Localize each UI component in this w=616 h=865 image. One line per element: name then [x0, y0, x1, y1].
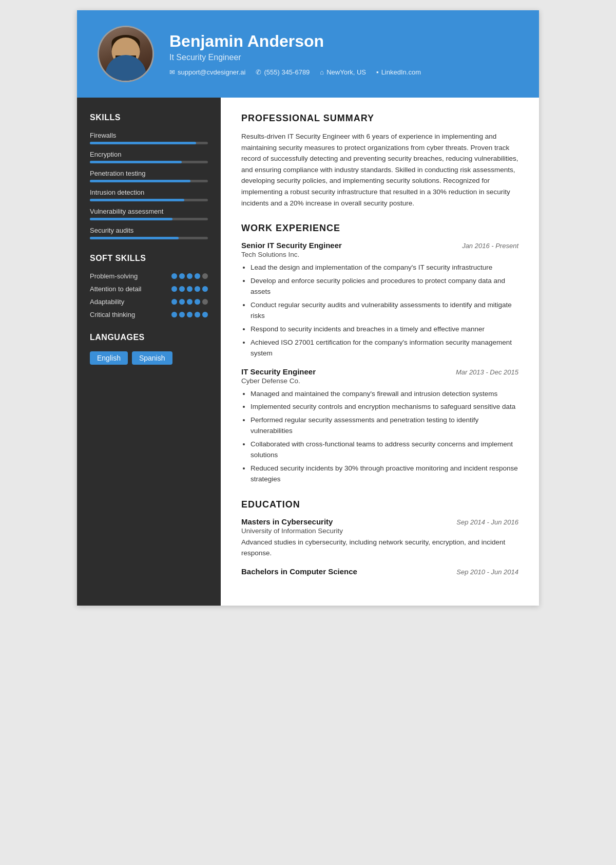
- education-entry: Masters in Cybersecurity Sep 2014 - Jun …: [241, 517, 518, 559]
- skills-list: Firewalls Encryption Penetration testing…: [90, 131, 208, 239]
- skill-bar-fill: [90, 161, 182, 163]
- job-bullets: Lead the design and implementation of th…: [241, 262, 518, 359]
- email-icon: ✉: [169, 68, 175, 76]
- skill-bar-fill: [90, 237, 179, 239]
- skill-name: Encryption: [90, 151, 208, 158]
- header-info: Benjamin Anderson It Security Engineer ✉…: [169, 32, 518, 76]
- dot-filled: [171, 286, 177, 292]
- dot-filled: [171, 312, 177, 317]
- sidebar: SKILLS Firewalls Encryption Penetration …: [77, 98, 221, 606]
- skill-item: Vulnerability assessment: [90, 208, 208, 220]
- skill-name: Firewalls: [90, 131, 208, 139]
- job-dates: Jan 2016 - Present: [462, 242, 518, 250]
- soft-skill-item: Adaptability: [90, 298, 208, 306]
- contact-phone: ✆ (555) 345-6789: [256, 68, 310, 76]
- bullet-item: Performed regular security assessments a…: [251, 415, 518, 437]
- soft-skill-name: Adaptability: [90, 298, 171, 306]
- skill-bar-bg: [90, 218, 208, 220]
- jobs-list: Senior IT Security Engineer Jan 2016 - P…: [241, 241, 518, 485]
- job-title: IT Security Engineer: [241, 367, 316, 376]
- bullet-item: Implemented security controls and encryp…: [251, 402, 518, 412]
- edu-header: Bachelors in Computer Science Sep 2010 -…: [241, 567, 518, 576]
- skill-bar-bg: [90, 237, 208, 239]
- edu-degree: Bachelors in Computer Science: [241, 567, 357, 576]
- skill-name: Intrusion detection: [90, 189, 208, 196]
- experience-title: WORK EXPERIENCE: [241, 223, 518, 234]
- edu-degree: Masters in Cybersecurity: [241, 517, 333, 526]
- bullet-item: Conduct regular security audits and vuln…: [251, 300, 518, 322]
- skill-bar-bg: [90, 180, 208, 182]
- edu-header: Masters in Cybersecurity Sep 2014 - Jun …: [241, 517, 518, 526]
- education-title: EDUCATION: [241, 499, 518, 510]
- bullet-item: Achieved ISO 27001 certification for the…: [251, 337, 518, 359]
- job-bullets: Managed and maintained the company's fir…: [241, 389, 518, 485]
- edu-dates: Sep 2014 - Jun 2016: [456, 518, 518, 526]
- dot-filled: [195, 312, 200, 317]
- email-text: support@cvdesigner.ai: [178, 68, 245, 76]
- bullet-item: Collaborated with cross-functional teams…: [251, 439, 518, 461]
- dot-empty: [202, 299, 208, 305]
- soft-skill-name: Problem-solving: [90, 272, 171, 280]
- location-icon: ⌂: [320, 68, 324, 76]
- skill-bar-fill: [90, 218, 172, 220]
- edu-dates: Sep 2010 - Jun 2014: [456, 568, 518, 576]
- dot-filled: [187, 299, 192, 305]
- dot-filled: [202, 312, 208, 317]
- soft-skills-list: Problem-solving Attention to detail Adap…: [90, 272, 208, 318]
- header: Benjamin Anderson It Security Engineer ✉…: [77, 10, 539, 98]
- full-name: Benjamin Anderson: [169, 32, 518, 51]
- skill-name: Security audits: [90, 227, 208, 234]
- phone-icon: ✆: [256, 68, 261, 76]
- skill-name: Penetration testing: [90, 170, 208, 177]
- phone-text: (555) 345-6789: [264, 68, 310, 76]
- body: SKILLS Firewalls Encryption Penetration …: [77, 98, 539, 606]
- skill-bar-fill: [90, 180, 190, 182]
- bullet-item: Managed and maintained the company's fir…: [251, 389, 518, 400]
- dot-filled: [202, 286, 208, 292]
- skill-item: Penetration testing: [90, 170, 208, 182]
- dot-filled: [195, 299, 200, 305]
- dot-filled: [195, 286, 200, 292]
- avatar: [98, 26, 154, 82]
- skill-item: Security audits: [90, 227, 208, 239]
- contact-email: ✉ support@cvdesigner.ai: [169, 68, 245, 76]
- job-title: Senior IT Security Engineer: [241, 241, 342, 250]
- dot-filled: [195, 273, 200, 279]
- contact-linkedin: ▪ LinkedIn.com: [376, 68, 421, 76]
- language-tag: English: [90, 351, 128, 365]
- skills-title: SKILLS: [90, 113, 208, 122]
- education-entry: Bachelors in Computer Science Sep 2010 -…: [241, 567, 518, 576]
- languages-section: LANGUAGES EnglishSpanish: [90, 333, 208, 365]
- location-text: NewYork, US: [326, 68, 366, 76]
- language-tags: EnglishSpanish: [90, 351, 208, 365]
- linkedin-icon: ▪: [376, 68, 379, 76]
- bullet-item: Develop and enforce security policies an…: [251, 276, 518, 297]
- dots: [171, 286, 208, 292]
- bullet-item: Reduced security incidents by 30% throug…: [251, 463, 518, 485]
- bullet-item: Lead the design and implementation of th…: [251, 262, 518, 273]
- soft-skills-section: SOFT SKILLS Problem-solving Attention to…: [90, 254, 208, 318]
- skill-item: Intrusion detection: [90, 189, 208, 201]
- dot-filled: [171, 299, 177, 305]
- summary-section: PROFESSIONAL SUMMARY Results-driven IT S…: [241, 113, 518, 209]
- dot-filled: [179, 273, 185, 279]
- skill-bar-fill: [90, 199, 184, 201]
- soft-skill-name: Attention to detail: [90, 285, 171, 293]
- job-company: Cyber Defense Co.: [241, 377, 518, 385]
- soft-skill-item: Problem-solving: [90, 272, 208, 280]
- bullet-item: Respond to security incidents and breach…: [251, 324, 518, 335]
- dot-filled: [179, 312, 185, 317]
- dot-filled: [179, 299, 185, 305]
- dot-filled: [187, 286, 192, 292]
- education-list: Masters in Cybersecurity Sep 2014 - Jun …: [241, 517, 518, 576]
- job-company: Tech Solutions Inc.: [241, 251, 518, 258]
- job-entry: IT Security Engineer Mar 2013 - Dec 2015…: [241, 367, 518, 485]
- skill-name: Vulnerability assessment: [90, 208, 208, 215]
- languages-title: LANGUAGES: [90, 333, 208, 342]
- skill-bar-bg: [90, 199, 208, 201]
- language-tag: Spanish: [132, 351, 172, 365]
- soft-skill-item: Attention to detail: [90, 285, 208, 293]
- resume-container: Benjamin Anderson It Security Engineer ✉…: [77, 10, 539, 606]
- dots: [171, 273, 208, 279]
- education-section: EDUCATION Masters in Cybersecurity Sep 2…: [241, 499, 518, 576]
